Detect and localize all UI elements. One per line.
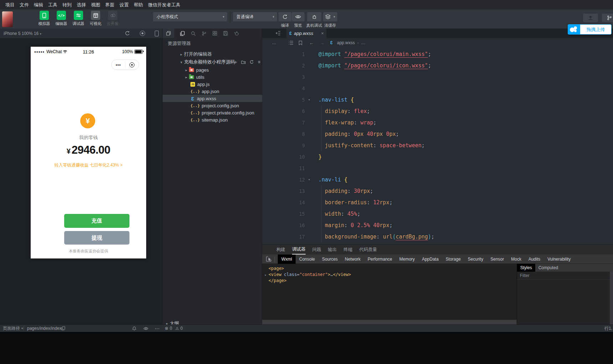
panel-tab-终端[interactable]: 终端 bbox=[344, 245, 353, 255]
bell-icon[interactable] bbox=[132, 325, 137, 332]
fold-arrow-icon[interactable]: ▾ bbox=[305, 174, 318, 185]
code-line[interactable]: 8 padding: 0px 40rpx 0px; bbox=[262, 128, 613, 140]
preview-button[interactable] bbox=[292, 12, 305, 21]
devtools-tab-Wxml[interactable]: Wxml bbox=[278, 255, 296, 264]
eye-icon[interactable] bbox=[143, 325, 148, 332]
fold-arrow-icon[interactable]: ▾ bbox=[305, 94, 318, 106]
clear-cache-button[interactable]: ▾ bbox=[323, 12, 337, 21]
rotate-icon[interactable] bbox=[125, 31, 130, 36]
code-line[interactable]: 14 border-radius: 12rpx; bbox=[262, 197, 613, 208]
code-line[interactable]: 7 flex-wrap: wrap; bbox=[262, 117, 613, 128]
panel-tab-调试器[interactable]: 调试器 bbox=[292, 245, 306, 255]
tree-item-pages[interactable]: ▸ pages bbox=[163, 66, 262, 73]
problem-counters[interactable]: ⊗ 0 ⚠ 0 bbox=[165, 325, 183, 332]
code-line[interactable]: 12 ▾ .nav-li { bbox=[262, 174, 613, 185]
forward-arrow-icon[interactable]: → bbox=[320, 38, 325, 47]
close-icon[interactable]: × bbox=[321, 31, 324, 36]
tab-app-wxss[interactable]: 3 app.wxss × bbox=[286, 29, 327, 38]
styles-filter[interactable]: Filter bbox=[517, 272, 610, 280]
code-line[interactable]: 13 padding: 30rpx; bbox=[262, 185, 613, 197]
menu-item-视图[interactable]: 视图 bbox=[88, 2, 103, 8]
avatar[interactable] bbox=[2, 11, 13, 27]
tree-item-project.private.config.json[interactable]: {..}project.private.config.json bbox=[163, 109, 262, 116]
teapot-icon[interactable] bbox=[234, 31, 239, 36]
devtools-tab-Performance[interactable]: Performance bbox=[364, 255, 396, 264]
devtools-tab-Memory[interactable]: Memory bbox=[396, 255, 418, 264]
windows-icon[interactable] bbox=[163, 29, 175, 38]
menu-item-转到[interactable]: 转到 bbox=[60, 2, 74, 8]
project-root-section[interactable]: ▾ 充电余额特效小程序源码 + ≡ bbox=[163, 58, 262, 66]
new-folder-icon[interactable] bbox=[241, 60, 246, 64]
promo-link[interactable]: 转入零钱通赚收益 七日年化2.43% > bbox=[31, 162, 146, 168]
toolbar-visualizer-button[interactable]: 可视化 bbox=[88, 11, 103, 26]
code-line[interactable]: 15 width: 45%; bbox=[262, 208, 613, 220]
copy-icon[interactable] bbox=[61, 325, 65, 332]
tree-item-app.json[interactable]: {..}app.json bbox=[163, 88, 262, 95]
withdraw-button[interactable]: 提现 bbox=[64, 231, 129, 245]
code-line[interactable]: 17 background-image: url(cardBg.png); bbox=[262, 231, 613, 242]
record-icon[interactable] bbox=[140, 31, 145, 36]
horizontal-scrollbar[interactable] bbox=[262, 320, 517, 325]
code-line[interactable]: 9 justify-content: space-between; bbox=[262, 140, 613, 151]
breadcrumb[interactable]: app.wxss › … bbox=[337, 38, 366, 47]
more-icon[interactable]: … bbox=[272, 38, 276, 47]
compile-button[interactable] bbox=[279, 12, 291, 21]
vertical-scrollbar[interactable] bbox=[610, 272, 613, 325]
devtools-tab-Console[interactable]: Console bbox=[296, 255, 318, 264]
styles-tab-Styles[interactable]: Styles bbox=[517, 264, 535, 272]
styles-tab-Computed[interactable]: Computed bbox=[535, 264, 561, 272]
toolbar-editor-button[interactable]: </> 编辑器 bbox=[54, 11, 69, 26]
new-file-icon[interactable]: + bbox=[234, 59, 237, 65]
tree-item-app.js[interactable]: JSapp.js bbox=[163, 81, 262, 88]
wxml-tree[interactable]: <page>▸<view class="container">…</view><… bbox=[262, 264, 517, 320]
device-selector[interactable]: iPhone 5 100% 16 ▾ bbox=[4, 31, 41, 36]
toolbar-debugger-button[interactable]: 调试器 bbox=[71, 11, 86, 26]
devtools-tab-Sensor[interactable]: Sensor bbox=[487, 255, 507, 264]
tree-item-app.wxss[interactable]: 3app.wxss bbox=[163, 95, 262, 102]
menu-item-编辑[interactable]: 编辑 bbox=[31, 2, 46, 8]
collapse-icon[interactable]: ≡ bbox=[258, 60, 260, 65]
back-arrow-icon[interactable]: ← bbox=[309, 38, 314, 47]
recharge-button[interactable]: 充值 bbox=[64, 214, 129, 228]
more-icon[interactable]: ⋯ bbox=[155, 325, 160, 332]
code-line[interactable]: 5 ▾ .nav-list { bbox=[262, 94, 613, 106]
files-icon[interactable] bbox=[180, 31, 185, 36]
devtools-tab-Sources[interactable]: Sources bbox=[318, 255, 341, 264]
panel-tab-构建[interactable]: 构建 bbox=[276, 245, 285, 255]
menu-item-界面[interactable]: 界面 bbox=[103, 2, 117, 8]
wxml-node[interactable]: ▸<view class="container">…</view> bbox=[265, 272, 517, 278]
close-target-icon[interactable] bbox=[126, 62, 139, 67]
code-line[interactable]: 6 display: flex; bbox=[262, 106, 613, 117]
menu-item-文件[interactable]: 文件 bbox=[17, 2, 31, 8]
menu-item-选择[interactable]: 选择 bbox=[74, 2, 88, 8]
toolbar-simulator-button[interactable]: 模拟器 bbox=[37, 11, 52, 26]
capsule-button[interactable]: ••• bbox=[111, 60, 139, 70]
devtools-tab-Mock[interactable]: Mock bbox=[507, 255, 525, 264]
search-icon[interactable] bbox=[191, 31, 196, 36]
wxml-node[interactable]: </page> bbox=[265, 278, 517, 284]
code-editor[interactable]: 1 @import "/pages/colorui/main.wxss"; 2 … bbox=[262, 47, 613, 244]
toggle-sidebar-icon[interactable] bbox=[275, 30, 281, 36]
panel-tab-问题[interactable]: 问题 bbox=[312, 245, 321, 255]
refresh-icon[interactable] bbox=[250, 60, 254, 64]
devtools-tab-Vulnerability[interactable]: Vulnerability bbox=[544, 255, 574, 264]
code-line[interactable]: 16 margin: 0 2.5% 40rpx; bbox=[262, 220, 613, 231]
bookmark-icon[interactable] bbox=[298, 38, 302, 47]
page-path-dropdown[interactable]: 页面路径 ▾ bbox=[3, 325, 23, 332]
chevron-right-icon[interactable]: ▸ bbox=[265, 272, 269, 278]
devtools-tab-Storage[interactable]: Storage bbox=[442, 255, 464, 264]
mode-dropdown[interactable]: 小程序模式 ▾ bbox=[153, 12, 227, 21]
branch-icon[interactable] bbox=[202, 31, 206, 36]
menu-item-微信开发者工具[interactable]: 微信开发者工具 bbox=[145, 2, 183, 8]
code-line[interactable]: 4 bbox=[262, 83, 613, 94]
more-icon[interactable]: ••• bbox=[112, 63, 125, 67]
menu-item-项目[interactable]: 项目 bbox=[3, 2, 17, 8]
code-line[interactable]: 11 bbox=[262, 163, 613, 174]
inspect-cursor-icon[interactable] bbox=[266, 256, 271, 262]
tree-item-sitemap.json[interactable]: {..}sitemap.json bbox=[163, 116, 262, 123]
code-line[interactable]: 3 bbox=[262, 71, 613, 83]
save-icon[interactable] bbox=[223, 31, 228, 36]
device-icon[interactable] bbox=[155, 31, 159, 36]
devtools-tab-Network[interactable]: Network bbox=[341, 255, 364, 264]
drag-upload-badge[interactable]: 拖拽上传 bbox=[568, 24, 612, 35]
